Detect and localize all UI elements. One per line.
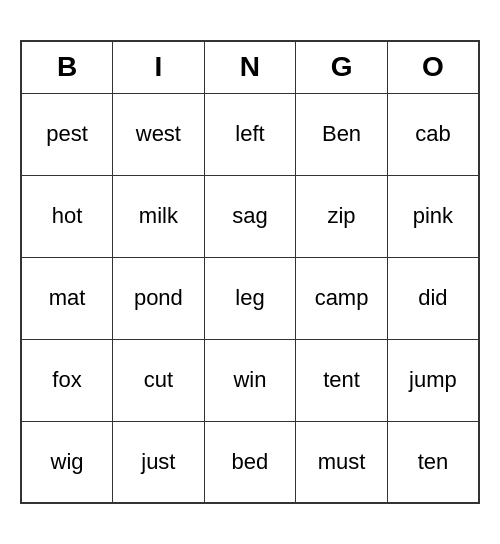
cell-r1-c2: sag [204,175,296,257]
cell-r1-c3: zip [296,175,388,257]
cell-r2-c4: did [387,257,479,339]
cell-r0-c0: pest [21,93,113,175]
bingo-card: BINGO pestwestleftBencabhotmilksagzippin… [20,40,480,504]
cell-r4-c4: ten [387,421,479,503]
cell-r4-c3: must [296,421,388,503]
header-cell-i: I [113,41,205,93]
cell-r3-c1: cut [113,339,205,421]
cell-r0-c2: left [204,93,296,175]
table-row: pestwestleftBencab [21,93,479,175]
cell-r0-c4: cab [387,93,479,175]
cell-r3-c2: win [204,339,296,421]
header-cell-b: B [21,41,113,93]
table-row: wigjustbedmustten [21,421,479,503]
cell-r4-c1: just [113,421,205,503]
cell-r2-c2: leg [204,257,296,339]
cell-r2-c3: camp [296,257,388,339]
header-row: BINGO [21,41,479,93]
table-row: matpondlegcampdid [21,257,479,339]
cell-r4-c0: wig [21,421,113,503]
header-cell-g: G [296,41,388,93]
cell-r0-c1: west [113,93,205,175]
cell-r3-c0: fox [21,339,113,421]
cell-r0-c3: Ben [296,93,388,175]
header-cell-o: O [387,41,479,93]
table-row: hotmilksagzippink [21,175,479,257]
cell-r2-c0: mat [21,257,113,339]
cell-r3-c4: jump [387,339,479,421]
cell-r1-c0: hot [21,175,113,257]
cell-r4-c2: bed [204,421,296,503]
header-cell-n: N [204,41,296,93]
bingo-body: pestwestleftBencabhotmilksagzippinkmatpo… [21,93,479,503]
cell-r1-c1: milk [113,175,205,257]
cell-r3-c3: tent [296,339,388,421]
cell-r1-c4: pink [387,175,479,257]
table-row: foxcutwintentjump [21,339,479,421]
cell-r2-c1: pond [113,257,205,339]
